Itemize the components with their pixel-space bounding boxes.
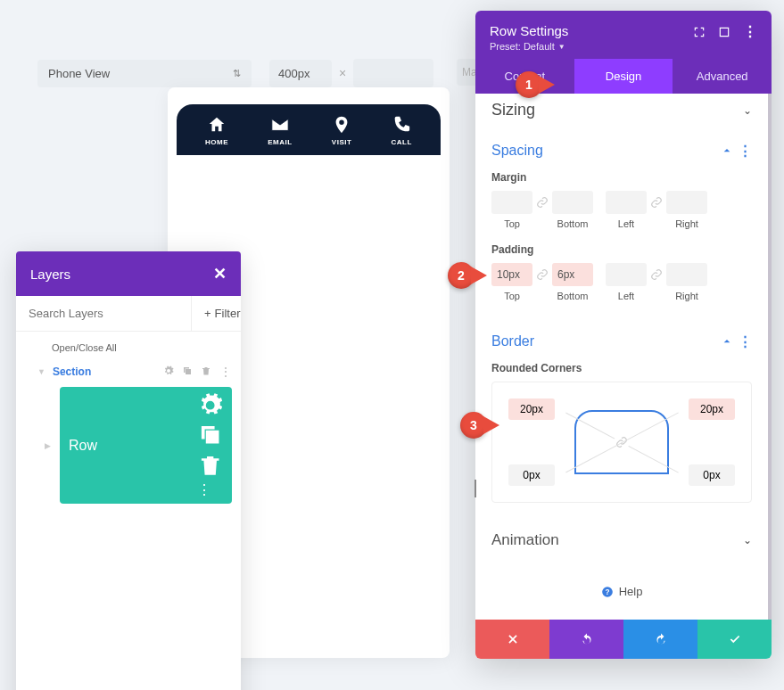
redo-button[interactable] — [623, 620, 697, 659]
height-input[interactable] — [353, 59, 433, 87]
duplicate-icon[interactable] — [197, 422, 223, 448]
radius-bottom-left-input[interactable] — [508, 464, 555, 486]
nav-item-home[interactable]: HOME — [205, 115, 228, 146]
close-icon — [507, 633, 519, 645]
preset-selector[interactable]: Preset: Default ▼ — [490, 41, 568, 52]
margin-top-input[interactable] — [491, 191, 532, 214]
focus-icon[interactable] — [693, 26, 706, 38]
bottom-label: Bottom — [552, 218, 593, 229]
home-icon — [207, 115, 227, 135]
more-icon[interactable]: ⋮ — [743, 23, 757, 40]
responsive-top-bar: Phone View ⇅ 400px × — [37, 59, 433, 87]
annotation-1: 1 — [516, 71, 555, 98]
spacing-section: Spacing ⋮ Margin TopBottom — [475, 130, 768, 321]
save-button[interactable] — [697, 620, 772, 659]
sizing-section-collapsed[interactable]: Sizing ⌄ — [475, 94, 768, 130]
radius-bottom-right-input[interactable] — [689, 464, 735, 486]
tab-label: Design — [606, 70, 641, 83]
undo-button[interactable] — [549, 620, 623, 659]
trash-icon[interactable] — [197, 452, 223, 478]
section-title: Border — [491, 333, 534, 349]
close-icon[interactable]: ✕ — [213, 264, 227, 283]
email-icon — [270, 115, 290, 135]
filter-button[interactable]: + Filter — [191, 296, 252, 331]
gear-icon[interactable] — [163, 366, 174, 376]
caret-down-icon: ▼ — [37, 367, 45, 376]
radius-top-right-input[interactable] — [689, 398, 735, 420]
margin-bottom-input[interactable] — [552, 191, 593, 214]
layer-section[interactable]: ▼ Section ⋮ — [16, 360, 241, 383]
help-link[interactable]: ? Help — [475, 563, 768, 620]
collapse-up-icon[interactable] — [722, 337, 731, 346]
phone-icon — [392, 115, 411, 135]
link-icon[interactable] — [614, 434, 630, 450]
nav-item-email[interactable]: EMAIL — [268, 115, 292, 146]
padding-left-input[interactable] — [606, 263, 647, 286]
padding-label: Padding — [491, 243, 752, 256]
border-section: Border ⋮ Rounded Corners — [475, 321, 768, 517]
gear-icon[interactable] — [197, 392, 223, 418]
check-icon — [729, 633, 741, 645]
radius-preview-shape — [574, 410, 669, 474]
settings-footer — [475, 620, 772, 659]
more-icon[interactable]: ⋮ — [219, 366, 232, 378]
layer-label: Section — [53, 366, 163, 378]
link-icon[interactable] — [650, 268, 663, 281]
help-label: Help — [619, 585, 643, 598]
mobile-nav-row[interactable]: HOME EMAIL VISIT CALL — [177, 104, 441, 155]
help-icon: ? — [601, 586, 614, 598]
nav-label: CALL — [392, 138, 412, 146]
layers-title: Layers — [30, 267, 70, 282]
open-close-all[interactable]: Open/Close All — [16, 332, 241, 360]
left-label: Left — [606, 291, 647, 301]
top-label: Top — [491, 291, 532, 301]
trash-icon[interactable] — [201, 366, 211, 376]
multiply-separator: × — [339, 66, 346, 80]
view-selector-label: Phone View — [48, 67, 110, 80]
layer-row-active[interactable]: Row ⋮ — [60, 387, 232, 504]
duplicate-icon[interactable] — [182, 366, 193, 376]
search-input[interactable] — [16, 296, 191, 331]
tab-design[interactable]: Design — [574, 59, 673, 94]
settings-body[interactable]: Sizing ⌄ Spacing ⋮ Margin Top — [475, 94, 772, 620]
tab-advanced[interactable]: Advanced — [673, 59, 772, 94]
section-title: Spacing — [491, 143, 543, 159]
caret-down-icon: ▼ — [558, 43, 565, 51]
nav-item-visit[interactable]: VISIT — [332, 115, 352, 146]
link-icon[interactable] — [650, 196, 663, 209]
view-selector[interactable]: Phone View ⇅ — [37, 60, 252, 87]
margin-left-input[interactable] — [606, 191, 647, 214]
animation-section-collapsed[interactable]: Animation ⌄ — [475, 517, 768, 563]
layers-search-bar: + Filter — [16, 296, 241, 332]
top-label: Top — [491, 218, 532, 229]
preset-label: Preset: Default — [490, 41, 555, 52]
filter-label: Filter — [215, 307, 241, 320]
annotation-3: 3 — [460, 412, 499, 439]
nav-item-call[interactable]: CALL — [392, 115, 412, 146]
margin-right-input[interactable] — [666, 191, 707, 214]
rounded-corners-control — [491, 382, 752, 503]
text-cursor — [475, 480, 476, 497]
undo-icon — [581, 633, 593, 645]
padding-top-input[interactable] — [491, 263, 532, 286]
more-icon[interactable]: ⋮ — [739, 143, 752, 159]
rounded-corners-label: Rounded Corners — [491, 362, 752, 374]
snap-icon[interactable] — [718, 26, 730, 38]
link-icon[interactable] — [536, 268, 549, 281]
width-input[interactable]: 400px — [269, 60, 332, 87]
more-icon[interactable]: ⋮ — [739, 333, 752, 349]
right-label: Right — [666, 291, 707, 301]
collapse-up-icon[interactable] — [722, 146, 731, 155]
settings-header: Row Settings Preset: Default ▼ ⋮ — [475, 11, 772, 59]
more-icon[interactable]: ⋮ — [197, 482, 211, 497]
row-settings-panel: Row Settings Preset: Default ▼ ⋮ Content… — [475, 11, 772, 659]
layers-empty-space — [16, 507, 241, 690]
cancel-button[interactable] — [475, 620, 549, 659]
nav-label: VISIT — [332, 138, 352, 146]
layer-actions: ⋮ — [197, 392, 223, 498]
link-icon[interactable] — [536, 196, 549, 209]
layers-panel: Layers ✕ + Filter Open/Close All ▼ Secti… — [16, 251, 241, 690]
padding-bottom-input[interactable] — [552, 263, 593, 286]
radius-top-left-input[interactable] — [508, 398, 555, 420]
padding-right-input[interactable] — [666, 263, 707, 286]
